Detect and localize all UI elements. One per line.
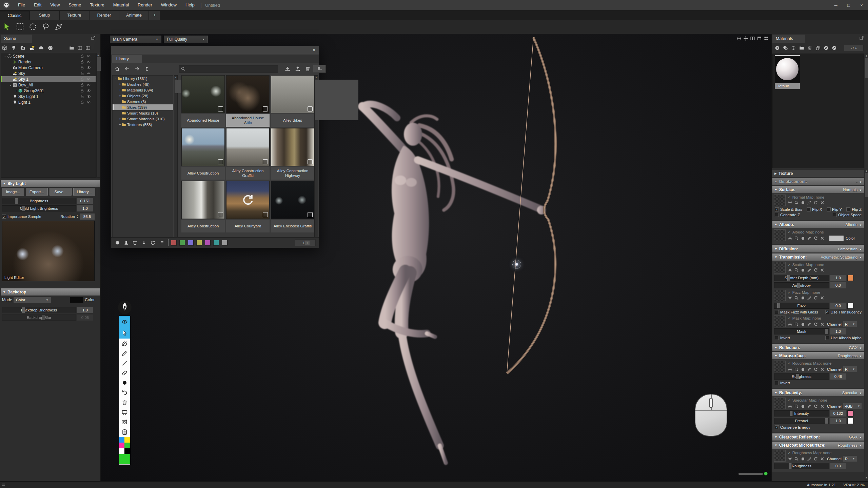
pen-color-swatch[interactable]: [124, 443, 130, 448]
light-editor-preview[interactable]: Light Editor: [2, 221, 95, 281]
checkbox-mask-fuzz-with-gloss[interactable]: Mask Fuzz with Gloss: [775, 310, 818, 314]
tree-item-sky-light-1[interactable]: Sky Light 1: [1, 94, 96, 99]
status-menu-icon[interactable]: [0, 483, 7, 487]
library-folder-objects-28-[interactable]: +Objects (28): [113, 93, 173, 99]
artist-filter-button[interactable]: [122, 239, 131, 246]
clear-map-button[interactable]: [820, 404, 825, 409]
lock-icon[interactable]: [80, 83, 84, 87]
export-material-button[interactable]: [830, 44, 838, 52]
slider-color-swatch[interactable]: [847, 275, 853, 281]
tree-item-scene[interactable]: -Scene: [1, 53, 96, 59]
lock-icon[interactable]: [80, 65, 84, 70]
pen-color-swatch[interactable]: [124, 437, 130, 443]
lock-icon[interactable]: [80, 71, 84, 76]
search-map-button[interactable]: [794, 404, 799, 409]
slider-handle[interactable]: [789, 463, 792, 469]
expander[interactable]: +: [118, 123, 122, 126]
menu-view[interactable]: View: [46, 0, 64, 10]
pen-tool-trash[interactable]: [119, 398, 130, 407]
forward-button[interactable]: [132, 65, 142, 73]
list-view-filter-button[interactable]: [157, 239, 166, 246]
download-filter-button[interactable]: [139, 239, 148, 246]
map-thumbnail[interactable]: [774, 262, 786, 273]
expander[interactable]: -: [3, 54, 7, 58]
expander[interactable]: +: [118, 117, 122, 121]
fresnel-slider[interactable]: Fresnel: [774, 418, 829, 424]
tree-item-main-camera[interactable]: Main Camera: [1, 65, 96, 70]
menu-texture[interactable]: Texture: [85, 0, 109, 10]
map-thumbnail[interactable]: [774, 398, 786, 409]
quick-pick-map-button[interactable]: [801, 404, 805, 409]
clear-map-button[interactable]: [820, 268, 825, 272]
reset-map-button[interactable]: [813, 367, 818, 372]
checkbox-box[interactable]: [833, 213, 837, 217]
checkbox-generate-z[interactable]: Generate Z: [775, 213, 800, 217]
channel-dropdown[interactable]: R▼: [843, 366, 857, 372]
split-panel-button[interactable]: [84, 44, 92, 52]
pen-tool-line[interactable]: [119, 358, 130, 368]
light-pin-sparkle[interactable]: [512, 260, 521, 269]
settings-map-button[interactable]: [788, 268, 792, 272]
viewport-mini-scrollbar[interactable]: [738, 473, 763, 475]
pen-tool-whiteboard[interactable]: [119, 407, 130, 417]
maximize-button[interactable]: □: [842, 0, 855, 10]
checkbox-box[interactable]: [775, 213, 779, 217]
menu-help[interactable]: Help: [181, 0, 199, 10]
section-mode-dropdown[interactable]: Specular▼: [842, 391, 862, 395]
tree-item-sky-1[interactable]: Sky 1: [1, 76, 96, 82]
light-bulb-filter-button[interactable]: [9, 44, 18, 52]
library-folder-materials-694-[interactable]: +Materials (694): [113, 87, 173, 93]
section-header-albedo[interactable]: ▼Albedo:Albedo▼: [772, 221, 864, 228]
library-tree-scrollbar[interactable]: ▲: [174, 75, 178, 245]
pen-color-swatch[interactable]: [119, 437, 124, 443]
map-thumbnail[interactable]: [774, 229, 786, 241]
section-mode-dropdown[interactable]: Lambertian▼: [838, 247, 862, 251]
checkbox-box[interactable]: [827, 207, 831, 211]
slider-handle[interactable]: [777, 303, 780, 308]
backdrop-color-swatch[interactable]: [70, 297, 83, 303]
section-mode-dropdown[interactable]: -▼: [856, 180, 862, 184]
tab-scene[interactable]: Scene: [1, 35, 32, 43]
slider-value[interactable]: 0.0: [830, 303, 846, 309]
view-options-button[interactable]: [313, 65, 326, 73]
back-button[interactable]: [122, 65, 132, 73]
tree-item-light-1[interactable]: Light 1: [1, 99, 96, 105]
roughness-slider[interactable]: Roughness: [774, 463, 829, 469]
material-props-scrollbar[interactable]: ▲ ▼: [865, 169, 868, 480]
slider-value[interactable]: 1.0: [830, 418, 846, 424]
export-button[interactable]: [293, 65, 303, 73]
expander[interactable]: +: [14, 89, 18, 93]
expander[interactable]: +: [118, 82, 122, 86]
library-button[interactable]: Library...: [73, 188, 95, 196]
material-browser-scrollbar[interactable]: ▲: [865, 54, 868, 168]
edit-map-button[interactable]: [807, 456, 812, 461]
lock-icon[interactable]: [80, 94, 84, 99]
split-view-button[interactable]: [750, 36, 755, 41]
clear-map-button[interactable]: [820, 236, 825, 241]
slider-handle[interactable]: [825, 329, 828, 334]
library-folder-brushes-48-[interactable]: +Brushes (48): [113, 81, 173, 87]
color-swatch[interactable]: [829, 235, 844, 241]
search-map-button[interactable]: [794, 236, 799, 241]
menu-scene[interactable]: Scene: [64, 0, 85, 10]
search-map-button[interactable]: [794, 296, 799, 300]
section-mode-dropdown[interactable]: GGX▼: [849, 346, 862, 350]
expander[interactable]: -: [114, 77, 118, 80]
section-header-texture[interactable]: ▶Texture: [772, 170, 864, 177]
lasso-select-tool[interactable]: [40, 21, 52, 33]
mesh-object-filter-button[interactable]: [37, 44, 46, 52]
library-folder-smart-materials-310-[interactable]: +Smart Materials (310): [113, 116, 173, 122]
workspace-tab-texture[interactable]: Texture: [60, 11, 89, 20]
slider-value[interactable]: 0.46: [830, 373, 846, 380]
tree-item-sky[interactable]: Sky: [1, 70, 96, 76]
search-map-button[interactable]: [794, 200, 799, 205]
section-header-reflectivity[interactable]: ▼Reflectivity:Specular▼: [772, 389, 864, 396]
reset-map-button[interactable]: [813, 456, 818, 461]
library-titlebar[interactable]: ×: [111, 46, 319, 54]
marquee-select-tool[interactable]: [14, 21, 26, 33]
map-thumbnail[interactable]: [774, 450, 786, 462]
quality-dropdown[interactable]: Full Quality ▼: [164, 36, 208, 43]
layout-grid-button[interactable]: [764, 36, 769, 41]
backdrop-brightness-slider[interactable]: Backdrop Brightness: [2, 307, 76, 313]
pen-tool-brush-size[interactable]: [119, 378, 130, 388]
